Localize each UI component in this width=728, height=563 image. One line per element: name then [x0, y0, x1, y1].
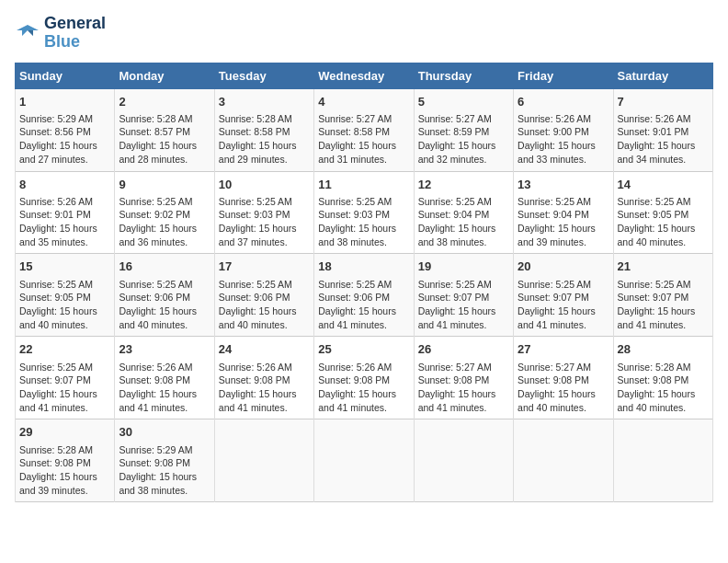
column-header-saturday: Saturday — [613, 63, 712, 88]
day-number: 10 — [219, 177, 310, 193]
column-header-sunday: Sunday — [16, 63, 115, 88]
day-number: 16 — [119, 259, 210, 275]
calendar-cell: 5Sunrise: 5:27 AM Sunset: 8:59 PM Daylig… — [414, 88, 513, 171]
day-info: Sunrise: 5:28 AM Sunset: 8:57 PM Dayligh… — [119, 112, 210, 167]
calendar-cell — [214, 419, 313, 502]
day-info: Sunrise: 5:26 AM Sunset: 9:08 PM Dayligh… — [219, 361, 310, 415]
day-info: Sunrise: 5:25 AM Sunset: 9:07 PM Dayligh… — [618, 278, 709, 332]
day-number: 21 — [618, 259, 709, 275]
logo-text: General Blue — [44, 15, 106, 52]
day-info: Sunrise: 5:25 AM Sunset: 9:02 PM Dayligh… — [119, 195, 210, 249]
day-number: 4 — [318, 94, 409, 110]
day-number: 13 — [518, 177, 609, 193]
calendar-cell: 17Sunrise: 5:25 AM Sunset: 9:06 PM Dayli… — [214, 254, 313, 337]
week-row-1: 1Sunrise: 5:29 AM Sunset: 8:56 PM Daylig… — [16, 88, 713, 171]
day-info: Sunrise: 5:25 AM Sunset: 9:07 PM Dayligh… — [418, 278, 509, 332]
calendar-cell: 14Sunrise: 5:25 AM Sunset: 9:05 PM Dayli… — [613, 171, 712, 254]
calendar-cell: 7Sunrise: 5:26 AM Sunset: 9:01 PM Daylig… — [613, 88, 712, 171]
day-number: 1 — [19, 94, 110, 110]
calendar-cell: 27Sunrise: 5:27 AM Sunset: 9:08 PM Dayli… — [514, 337, 613, 419]
day-info: Sunrise: 5:25 AM Sunset: 9:05 PM Dayligh… — [19, 278, 110, 332]
svg-marker-1 — [28, 30, 33, 36]
page-header: General Blue — [15, 15, 713, 52]
day-info: Sunrise: 5:26 AM Sunset: 9:01 PM Dayligh… — [618, 112, 709, 167]
day-number: 2 — [119, 94, 210, 110]
calendar-cell: 10Sunrise: 5:25 AM Sunset: 9:03 PM Dayli… — [214, 171, 313, 254]
day-info: Sunrise: 5:25 AM Sunset: 9:04 PM Dayligh… — [518, 195, 609, 249]
column-header-tuesday: Tuesday — [214, 63, 313, 88]
day-info: Sunrise: 5:25 AM Sunset: 9:07 PM Dayligh… — [19, 361, 110, 415]
day-info: Sunrise: 5:26 AM Sunset: 9:08 PM Dayligh… — [119, 361, 210, 415]
day-number: 24 — [219, 341, 310, 358]
day-number: 12 — [418, 177, 509, 193]
week-row-4: 22Sunrise: 5:25 AM Sunset: 9:07 PM Dayli… — [16, 337, 713, 419]
day-number: 23 — [119, 341, 210, 358]
day-info: Sunrise: 5:25 AM Sunset: 9:06 PM Dayligh… — [219, 278, 310, 332]
day-number: 20 — [518, 259, 609, 275]
calendar-body: 1Sunrise: 5:29 AM Sunset: 8:56 PM Daylig… — [16, 88, 713, 502]
calendar-cell: 9Sunrise: 5:25 AM Sunset: 9:02 PM Daylig… — [115, 171, 214, 254]
day-number: 17 — [219, 259, 310, 275]
calendar-cell: 23Sunrise: 5:26 AM Sunset: 9:08 PM Dayli… — [115, 337, 214, 419]
calendar-cell: 24Sunrise: 5:26 AM Sunset: 9:08 PM Dayli… — [214, 337, 313, 419]
day-number: 29 — [19, 424, 110, 441]
day-number: 9 — [119, 177, 210, 193]
day-number: 25 — [318, 341, 409, 358]
calendar-cell: 1Sunrise: 5:29 AM Sunset: 8:56 PM Daylig… — [16, 88, 115, 171]
week-row-2: 8Sunrise: 5:26 AM Sunset: 9:01 PM Daylig… — [16, 171, 713, 254]
logo-icon — [15, 23, 40, 43]
day-info: Sunrise: 5:27 AM Sunset: 9:08 PM Dayligh… — [518, 361, 609, 415]
day-info: Sunrise: 5:29 AM Sunset: 8:56 PM Dayligh… — [19, 112, 110, 167]
day-info: Sunrise: 5:26 AM Sunset: 9:08 PM Dayligh… — [318, 361, 409, 415]
calendar-cell: 18Sunrise: 5:25 AM Sunset: 9:06 PM Dayli… — [314, 254, 414, 337]
day-info: Sunrise: 5:25 AM Sunset: 9:07 PM Dayligh… — [518, 278, 609, 332]
day-number: 26 — [418, 341, 509, 358]
day-info: Sunrise: 5:27 AM Sunset: 8:59 PM Dayligh… — [418, 112, 509, 167]
day-info: Sunrise: 5:25 AM Sunset: 9:06 PM Dayligh… — [318, 278, 409, 332]
calendar-cell: 15Sunrise: 5:25 AM Sunset: 9:05 PM Dayli… — [16, 254, 115, 337]
day-info: Sunrise: 5:25 AM Sunset: 9:06 PM Dayligh… — [119, 278, 210, 332]
column-header-friday: Friday — [514, 63, 613, 88]
calendar-cell — [414, 419, 513, 502]
calendar-cell: 13Sunrise: 5:25 AM Sunset: 9:04 PM Dayli… — [514, 171, 613, 254]
calendar-cell: 3Sunrise: 5:28 AM Sunset: 8:58 PM Daylig… — [214, 88, 313, 171]
day-number: 28 — [618, 341, 709, 358]
calendar-cell: 26Sunrise: 5:27 AM Sunset: 9:08 PM Dayli… — [414, 337, 513, 419]
calendar-cell: 2Sunrise: 5:28 AM Sunset: 8:57 PM Daylig… — [115, 88, 214, 171]
day-number: 11 — [318, 177, 409, 193]
day-info: Sunrise: 5:26 AM Sunset: 9:01 PM Dayligh… — [19, 195, 110, 249]
calendar-table: SundayMondayTuesdayWednesdayThursdayFrid… — [15, 63, 713, 503]
day-number: 22 — [19, 341, 110, 358]
calendar-cell: 11Sunrise: 5:25 AM Sunset: 9:03 PM Dayli… — [314, 171, 414, 254]
day-info: Sunrise: 5:25 AM Sunset: 9:05 PM Dayligh… — [618, 195, 709, 249]
week-row-3: 15Sunrise: 5:25 AM Sunset: 9:05 PM Dayli… — [16, 254, 713, 337]
day-info: Sunrise: 5:27 AM Sunset: 9:08 PM Dayligh… — [418, 361, 509, 415]
calendar-cell: 28Sunrise: 5:28 AM Sunset: 9:08 PM Dayli… — [613, 337, 712, 419]
calendar-cell: 20Sunrise: 5:25 AM Sunset: 9:07 PM Dayli… — [514, 254, 613, 337]
calendar-cell: 30Sunrise: 5:29 AM Sunset: 9:08 PM Dayli… — [115, 419, 214, 502]
day-info: Sunrise: 5:27 AM Sunset: 8:58 PM Dayligh… — [318, 112, 409, 167]
day-info: Sunrise: 5:25 AM Sunset: 9:03 PM Dayligh… — [219, 195, 310, 249]
day-number: 27 — [518, 341, 609, 358]
calendar-cell: 29Sunrise: 5:28 AM Sunset: 9:08 PM Dayli… — [16, 419, 115, 502]
column-header-thursday: Thursday — [414, 63, 513, 88]
column-header-wednesday: Wednesday — [314, 63, 414, 88]
calendar-cell: 19Sunrise: 5:25 AM Sunset: 9:07 PM Dayli… — [414, 254, 513, 337]
day-number: 19 — [418, 259, 509, 275]
calendar-cell: 12Sunrise: 5:25 AM Sunset: 9:04 PM Dayli… — [414, 171, 513, 254]
day-number: 8 — [19, 177, 110, 193]
day-info: Sunrise: 5:25 AM Sunset: 9:03 PM Dayligh… — [318, 195, 409, 249]
calendar-cell: 22Sunrise: 5:25 AM Sunset: 9:07 PM Dayli… — [16, 337, 115, 419]
calendar-header: SundayMondayTuesdayWednesdayThursdayFrid… — [16, 63, 713, 88]
header-row: SundayMondayTuesdayWednesdayThursdayFrid… — [16, 63, 713, 88]
day-number: 5 — [418, 94, 509, 110]
calendar-cell: 6Sunrise: 5:26 AM Sunset: 9:00 PM Daylig… — [514, 88, 613, 171]
day-number: 14 — [618, 177, 709, 193]
logo: General Blue — [15, 15, 106, 52]
calendar-cell — [514, 419, 613, 502]
calendar-cell: 21Sunrise: 5:25 AM Sunset: 9:07 PM Dayli… — [613, 254, 712, 337]
week-row-5: 29Sunrise: 5:28 AM Sunset: 9:08 PM Dayli… — [16, 419, 713, 502]
day-info: Sunrise: 5:28 AM Sunset: 8:58 PM Dayligh… — [219, 112, 310, 167]
day-number: 30 — [119, 424, 210, 441]
calendar-cell: 25Sunrise: 5:26 AM Sunset: 9:08 PM Dayli… — [314, 337, 414, 419]
